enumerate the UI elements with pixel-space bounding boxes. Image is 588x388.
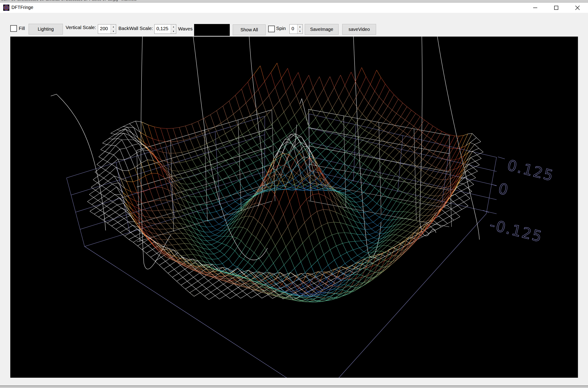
surface-mesh-segment — [208, 264, 212, 265]
surface-mesh-segment — [363, 218, 367, 224]
surface-mesh-segment — [256, 225, 262, 238]
surface-mesh-segment — [118, 138, 122, 140]
surface-mesh-segment — [152, 249, 157, 253]
minimize-button[interactable] — [525, 2, 546, 13]
surface-mesh-segment — [193, 204, 200, 205]
surface-mesh-segment — [234, 268, 238, 271]
surface-mesh-segment — [376, 164, 382, 174]
wave-color-swatch[interactable] — [194, 24, 230, 36]
surface-mesh-segment — [189, 249, 195, 250]
surface-mesh-segment — [276, 156, 282, 160]
spin-up-icon[interactable]: ▲ — [171, 24, 176, 29]
surface-3d-viewport[interactable]: 0.1250-0.125 — [10, 37, 578, 378]
surface-mesh-segment — [351, 197, 357, 198]
surface-mesh-segment — [242, 89, 246, 103]
surface-mesh-segment — [408, 233, 414, 238]
surface-mesh-segment — [328, 222, 334, 223]
surface-mesh-segment — [223, 206, 229, 209]
surface-mesh-segment — [215, 292, 221, 296]
surface-mesh-segment — [251, 145, 257, 148]
save-image-button[interactable]: SaveImage — [305, 24, 339, 35]
surface-mesh-segment — [303, 86, 307, 98]
spin-down-icon[interactable]: ▼ — [171, 29, 176, 34]
surface-mesh-segment — [403, 224, 408, 225]
spin-down-icon[interactable]: ▼ — [297, 29, 303, 34]
surface-mesh-segment — [390, 90, 394, 95]
surface-mesh-segment — [163, 217, 169, 218]
surface-mesh-segment — [114, 149, 120, 155]
surface-mesh-segment — [159, 229, 163, 235]
surface-mesh-segment — [273, 100, 279, 108]
spin-count-spinbox[interactable]: 0 ▲ ▼ — [289, 24, 303, 34]
surface-mesh-segment — [94, 197, 98, 200]
surface-mesh-segment — [362, 269, 367, 269]
surface-mesh-segment — [307, 249, 313, 255]
surface-mesh-segment — [98, 217, 103, 220]
window-title: DFTFringe — [11, 5, 33, 10]
surface-mesh-segment — [215, 276, 222, 276]
titlebar[interactable]: DFTFringe — [0, 2, 588, 13]
surface-mesh-segment — [198, 155, 205, 158]
surface-mesh-segment — [421, 170, 425, 173]
background-window-titlebar[interactable]: tra\...-14=all\20200326-14=all\runde-07\… — [0, 0, 588, 2]
surface-mesh-segment — [122, 222, 128, 225]
surface-mesh-segment — [367, 240, 372, 243]
maximize-button[interactable] — [546, 2, 567, 13]
surface-mesh-segment — [239, 246, 245, 256]
surface-mesh-segment — [235, 251, 239, 257]
surface-mesh-segment — [465, 177, 469, 181]
surface-mesh-segment — [338, 233, 344, 233]
surface-mesh-segment — [227, 209, 233, 214]
surface-mesh-segment — [294, 217, 298, 230]
surface-mesh-segment — [195, 176, 199, 181]
surface-mesh-segment — [150, 189, 154, 201]
spin-checkbox[interactable] — [268, 25, 275, 32]
surface-mesh-segment — [178, 243, 185, 244]
surface-mesh-segment — [227, 265, 233, 270]
surface-mesh-segment — [263, 142, 268, 148]
surface-mesh-segment — [223, 146, 228, 152]
vertical-scale-spinbox[interactable]: 200 ▲ ▼ — [98, 24, 116, 34]
surface-mesh-segment — [467, 170, 471, 174]
surface-mesh-segment — [352, 269, 358, 275]
surface-mesh-segment — [101, 150, 105, 152]
surface-mesh-segment — [177, 141, 182, 152]
surface-mesh-segment — [392, 190, 398, 199]
spin-up-icon[interactable]: ▲ — [111, 24, 116, 29]
background-window-bottom-sliver — [0, 386, 588, 388]
lighting-button[interactable]: Lighting — [29, 24, 63, 35]
surface-mesh-segment — [97, 164, 101, 167]
surface-mesh-segment — [122, 226, 126, 229]
close-button[interactable] — [567, 2, 588, 13]
fill-checkbox[interactable] — [10, 25, 17, 32]
surface-mesh-segment — [336, 246, 341, 256]
surface-mesh-segment — [222, 288, 228, 292]
surface-mesh-segment — [461, 191, 466, 195]
surface-mesh-segment — [267, 108, 273, 115]
surface-mesh-segment — [343, 95, 349, 106]
show-all-button[interactable]: Show All — [233, 24, 266, 35]
surface-mesh-segment — [108, 181, 112, 184]
surface-mesh-segment — [402, 166, 406, 170]
surface-mesh-segment — [215, 123, 221, 127]
surface-mesh-segment — [318, 272, 324, 272]
surface-mesh-segment — [226, 278, 232, 279]
surface-mesh-segment — [413, 187, 418, 190]
surface-mesh-segment — [329, 164, 333, 168]
surface-mesh-segment — [357, 140, 363, 147]
surface-mesh-segment — [211, 232, 215, 235]
surface-mesh-segment — [207, 289, 211, 292]
surface-mesh-segment — [333, 142, 337, 146]
surface-mesh-segment — [326, 235, 332, 238]
spin-up-icon[interactable]: ▲ — [297, 24, 303, 29]
surface-mesh-segment — [131, 192, 137, 193]
surface-mesh-segment — [176, 250, 181, 256]
surface-mesh-segment — [202, 270, 209, 270]
save-video-button[interactable]: saveVideo — [342, 24, 376, 35]
surface-mesh-segment — [217, 106, 223, 111]
surface-mesh-segment — [422, 185, 428, 192]
spin-down-icon[interactable]: ▼ — [111, 29, 116, 34]
surface-mesh-segment — [306, 194, 313, 199]
surface-mesh-segment — [207, 144, 211, 152]
backwall-scale-spinbox[interactable]: 0,125 ▲ ▼ — [154, 24, 176, 34]
